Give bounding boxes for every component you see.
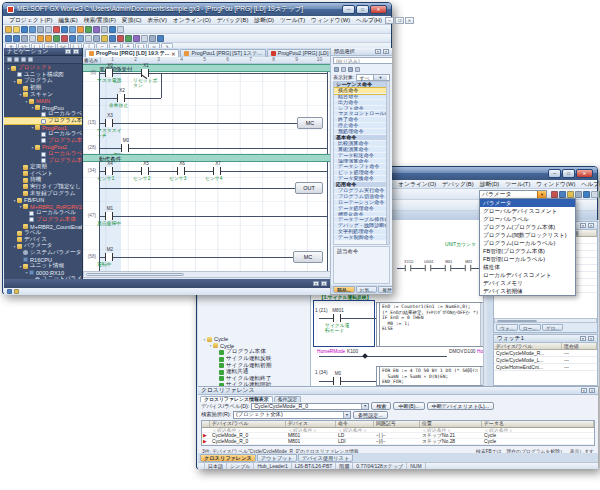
menu-item[interactable]: オンライン(O) [395,180,439,189]
toolbar-icon[interactable] [37,26,44,33]
menu-item[interactable]: 検索/置換(F) [81,16,119,25]
panel-hscrollbar[interactable] [494,318,597,323]
maximize-button[interactable]: □ [356,5,369,14]
ladder-contact[interactable]: X6センサ3 [177,167,185,175]
close-icon[interactable]: ✕ [588,336,594,341]
search-button[interactable]: 検索 [371,402,391,410]
ladder-contact-nc[interactable]: X1リセットボタン [141,69,149,77]
toolbar-icon[interactable] [93,26,100,33]
gx-works3-window[interactable]: MELSOFT GX Works3 C:\Users\Admin\Documen… [2,2,392,294]
project-tree-item[interactable]: ▾ プログラム [4,78,82,85]
pin-icon[interactable]: ▾ [580,336,586,341]
project-tree-item[interactable]: ▾ スキャン [4,91,82,98]
toolbar-icon[interactable] [37,35,44,42]
pin-icon[interactable]: ▾ [375,49,381,54]
ladder-contact[interactable]: M81 [465,265,471,271]
pin-icon[interactable]: ▾ [313,281,319,286]
status-icon[interactable] [7,289,12,294]
close-icon[interactable]: ✕ [321,281,327,286]
list-vscrollbar[interactable] [386,82,389,244]
docked-window-tab[interactable]: クロスリファレンス [200,454,256,462]
project-tree-item[interactable]: ▾ Cycle [200,336,308,343]
menu-item[interactable]: ウィンドウ(W) [533,180,578,189]
ladder-contact[interactable]: M2運転中 [105,253,113,261]
project-tree-item[interactable]: ▾ MAIN [4,98,82,105]
close-icon[interactable]: ✕ [588,223,594,228]
toolbar-icon[interactable] [5,35,12,42]
project-tree-item[interactable]: 未登録プログラム [4,190,82,197]
toolbar-icon[interactable] [53,26,60,33]
ladder-contact[interactable]: X2非常停止 [117,94,125,102]
toolbar-icon[interactable] [559,191,566,198]
dropdown-item[interactable]: プログラム(ローカルラベル) [480,239,575,247]
project-tree-item[interactable]: M+RBR2_CountEnab [4,223,82,230]
toolbar-icon[interactable] [591,191,598,198]
toolbar-icon[interactable] [583,191,590,198]
ladder-contact[interactable]: M0運転スタート [121,144,129,152]
close-icon[interactable]: ✕ [383,49,389,54]
toolbar-icon[interactable] [551,191,558,198]
ladder-contact[interactable]: X5センサ2 [141,167,149,175]
device-combobox[interactable]: Cycle/CycleMode_R_0▼ [251,403,369,411]
ladder-contact[interactable]: X7センサ4 [213,167,221,175]
tab-close-icon[interactable]: ✕ [171,51,175,57]
docked-window-tab[interactable]: アウトプット [257,454,297,462]
pin-icon[interactable]: ▾ [65,49,71,54]
toolbar-icon[interactable] [85,35,92,42]
toolbar-icon[interactable] [355,67,360,72]
filter-input[interactable] [333,57,392,64]
toolbar-icon[interactable] [77,35,84,42]
cross-reference-row[interactable]: ▶ CycleMode_R_0M801LDI −|/|−ステップNo.45Cyc… [202,445,594,446]
toolbar-icon[interactable] [93,35,100,42]
toolbar-icon[interactable] [133,35,140,42]
close-icon[interactable]: ✕ [589,388,595,393]
mdi-restore-button[interactable]: ❐ [395,17,404,24]
menu-item[interactable]: ヘルプ(H) [578,180,600,189]
toolbar-icon[interactable] [21,35,28,42]
toolbar-icon[interactable] [125,35,132,42]
toolbar-icon[interactable] [29,26,36,33]
dropdown-item[interactable]: デバイスメモリ [480,279,575,287]
toolbar-icon[interactable] [149,35,156,42]
toolbar-icon[interactable] [21,57,26,62]
ladder-contact[interactable]: U0G1 [425,265,431,271]
ladder-editor-1[interactable]: 書込み 12 34 56 78 910 電源関係受付 (0) (15) (28)… [83,57,331,271]
maximize-button[interactable]: □ [562,169,575,178]
close-button[interactable]: ✕ [370,5,387,14]
element-select-tab[interactable]: 部品... [333,286,355,293]
watch-row[interactable]: Cycle/CycleMode_R...--- [494,350,597,357]
out-coil-box[interactable]: OUT [295,182,323,194]
menu-item[interactable]: 診断(D) [251,16,277,25]
watch-tab[interactable]: グロ... [542,324,564,331]
inline-st-box-1[interactable]: EnO := Counter1(En1 := NumEn,0);(* EnOの結… [376,302,484,347]
toolbar-icon[interactable] [61,35,68,42]
menu-item[interactable]: 診断(D) [477,180,503,189]
element-select-tab[interactable]: 履歴 [378,286,392,293]
project-tree-item[interactable]: サイクル運転初期 [200,362,308,369]
dropdown-item[interactable]: 構造体 [480,263,575,271]
cross-reference-tab[interactable]: 条件設定 [274,396,302,403]
project-tree-item[interactable]: イベント [4,171,82,178]
dropdown-item[interactable]: プログラム(プログラム本体) [480,223,575,231]
abort-device-list-button[interactable]: 中断デバイスリスト(L)... [427,402,494,410]
toolbar-icon[interactable] [109,35,116,42]
watch-tab[interactable]: ウォ... [496,324,518,331]
menu-item[interactable]: プロジェクト(P) [6,16,55,25]
dropdown-item[interactable]: FB管理(ローカルラベル) [480,255,575,263]
toolbar-icon[interactable] [141,35,148,42]
dropdown-item[interactable]: デバイス初期値 [480,287,575,295]
chevron-down-icon[interactable]: ▼ [343,412,350,418]
column-header[interactable]: 現在値 [562,343,597,349]
toolbar-icon[interactable] [77,26,84,33]
menu-item[interactable]: 変換(C) [119,16,145,25]
toolbar-icon[interactable] [117,35,124,42]
document-tab[interactable]: ProgPou2 [PRG] [LD] 90ス... [267,49,331,57]
minimize-button[interactable]: ─ [342,5,355,14]
column-header[interactable]: 回路記号 [374,421,420,427]
toolbar-icon[interactable] [28,57,33,62]
abort-button[interactable]: 中断(B)... [393,402,424,410]
toolbar-icon[interactable] [13,26,20,33]
pin-icon[interactable]: ▾ [581,388,587,393]
cross-reference-tab[interactable]: クロスリファレンス情報表示 [200,396,273,403]
ladder-contact[interactable]: X0マスタ電源 [105,69,113,77]
